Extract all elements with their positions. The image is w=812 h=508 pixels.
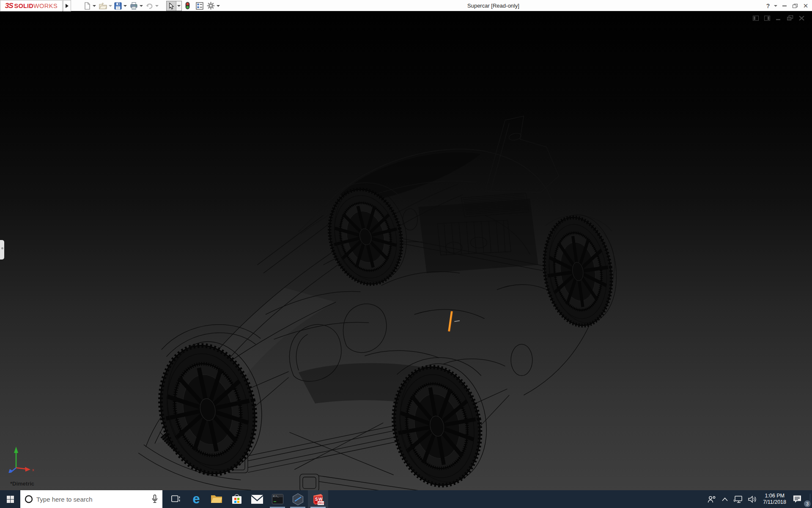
network-icon bbox=[734, 496, 742, 503]
minimize-icon bbox=[782, 6, 787, 6]
people-icon bbox=[708, 496, 716, 503]
taskbar-app-mail[interactable] bbox=[247, 490, 267, 508]
svg-text:2017: 2017 bbox=[318, 502, 324, 505]
open-button[interactable] bbox=[99, 0, 112, 11]
svg-text:C:\_: C:\_ bbox=[273, 495, 279, 498]
close-icon: ✕ bbox=[803, 2, 809, 10]
command-prompt-icon: C:\_ bbox=[272, 494, 283, 504]
y-axis-arrow bbox=[14, 447, 18, 453]
undo-button[interactable] bbox=[145, 0, 159, 11]
show-desktop-divider[interactable] bbox=[810, 494, 810, 505]
network-button[interactable] bbox=[731, 490, 745, 508]
chevron-down-icon[interactable] bbox=[109, 5, 112, 7]
hexagon-app-icon bbox=[292, 493, 304, 505]
taskbar-app-store[interactable] bbox=[227, 490, 247, 508]
chevron-down-icon[interactable] bbox=[155, 5, 159, 7]
undo-arrow-icon bbox=[145, 2, 154, 10]
taskbar-app-edge[interactable]: e bbox=[186, 490, 206, 508]
search-input[interactable] bbox=[36, 496, 148, 503]
solidworks-logo: 3S SOLID WORKS bbox=[0, 0, 63, 11]
cortana-circle-icon bbox=[25, 495, 33, 503]
chevron-down-icon[interactable] bbox=[93, 5, 96, 7]
minimize-button[interactable] bbox=[779, 0, 790, 11]
logo-monogram: 3S bbox=[5, 2, 13, 10]
car-wireframe bbox=[0, 11, 812, 490]
selected-edge[interactable] bbox=[449, 311, 460, 331]
system-tray: 1:06 PM 7/11/2018 3 bbox=[705, 490, 808, 508]
display-stoplight-button[interactable] bbox=[185, 0, 190, 11]
panel-flyout-tab[interactable] bbox=[0, 240, 4, 260]
document-minimize-icon[interactable] bbox=[776, 16, 782, 21]
chevron-down-icon[interactable] bbox=[217, 5, 220, 7]
options-button[interactable] bbox=[207, 0, 220, 11]
wheel-rear-right bbox=[537, 210, 623, 330]
print-button[interactable] bbox=[130, 0, 143, 11]
windows-logo-icon bbox=[7, 496, 14, 503]
properties-list-icon bbox=[196, 2, 203, 10]
chevron-down-icon[interactable] bbox=[123, 5, 127, 7]
stoplight-icon bbox=[185, 2, 190, 10]
view-orientation-label: *Dimetric bbox=[10, 480, 34, 487]
task-view-button[interactable] bbox=[166, 490, 186, 508]
flyout-dot bbox=[1, 247, 3, 249]
taskbar-app-file-explorer[interactable] bbox=[206, 490, 227, 508]
x-axis-arrow bbox=[25, 467, 30, 472]
new-document-icon bbox=[83, 2, 91, 10]
play-arrow-icon bbox=[66, 4, 69, 8]
volume-button[interactable] bbox=[745, 490, 760, 508]
taskbar-app-hexagon[interactable] bbox=[288, 490, 308, 508]
new-document-button[interactable] bbox=[83, 0, 96, 11]
document-close-icon[interactable] bbox=[799, 16, 804, 21]
help-dropdown[interactable] bbox=[772, 0, 778, 11]
cursor-arrow-icon bbox=[167, 1, 176, 11]
taskbar-search[interactable] bbox=[20, 490, 162, 508]
window-title: Supercar [Read-only] bbox=[467, 0, 519, 11]
close-button[interactable]: ✕ bbox=[801, 0, 811, 11]
solidworks-2017-icon: SW 2017 bbox=[312, 493, 324, 505]
toolbar-expand-arrow[interactable] bbox=[63, 0, 71, 11]
printer-icon bbox=[130, 2, 138, 10]
graphics-area[interactable]: x *Dimetric bbox=[0, 11, 812, 490]
taskbar-app-solidworks[interactable]: SW 2017 bbox=[308, 490, 328, 508]
show-pane-right-icon[interactable] bbox=[764, 16, 770, 21]
clock[interactable]: 1:06 PM 7/11/2018 bbox=[760, 493, 790, 505]
svg-text:SW: SW bbox=[315, 497, 323, 502]
clock-time: 1:06 PM bbox=[765, 493, 785, 499]
action-center-button[interactable]: 3 bbox=[790, 490, 808, 508]
wheel-front-right bbox=[319, 179, 417, 292]
speaker-icon bbox=[748, 496, 757, 503]
z-axis-arrow bbox=[8, 469, 13, 473]
action-center-icon bbox=[793, 495, 802, 503]
x-axis-label: x bbox=[32, 468, 34, 472]
open-folder-icon bbox=[99, 2, 107, 10]
chevron-down-icon[interactable] bbox=[140, 5, 143, 7]
task-view-icon bbox=[171, 495, 181, 503]
file-explorer-icon bbox=[211, 494, 222, 504]
restore-button[interactable] bbox=[790, 0, 800, 11]
taskbar-app-command-prompt[interactable]: C:\_ bbox=[267, 490, 288, 508]
restore-icon bbox=[793, 4, 798, 8]
clock-date: 7/11/2018 bbox=[763, 499, 786, 505]
store-icon bbox=[231, 494, 242, 505]
save-floppy-icon bbox=[114, 2, 122, 10]
gear-icon bbox=[207, 2, 215, 10]
document-restore-icon[interactable] bbox=[787, 15, 793, 21]
chevron-up-icon bbox=[722, 497, 728, 501]
people-button[interactable] bbox=[705, 490, 719, 508]
save-button[interactable] bbox=[114, 0, 127, 11]
taskbar: e C:\_ bbox=[0, 490, 812, 508]
select-dropdown[interactable] bbox=[176, 1, 181, 11]
edge-icon: e bbox=[192, 493, 200, 505]
select-tool-button[interactable] bbox=[166, 0, 182, 11]
microphone-icon[interactable] bbox=[151, 494, 158, 504]
titlebar: 3S SOLID WORKS bbox=[0, 0, 812, 11]
file-properties-button[interactable] bbox=[196, 0, 203, 11]
show-pane-left-icon[interactable] bbox=[753, 16, 759, 21]
hidden-icons-button[interactable] bbox=[719, 490, 731, 508]
start-button[interactable] bbox=[0, 490, 20, 508]
document-window-controls bbox=[753, 15, 804, 21]
mail-icon bbox=[251, 495, 263, 504]
orientation-triad[interactable]: x bbox=[3, 435, 41, 473]
help-button[interactable]: ? bbox=[764, 0, 772, 11]
